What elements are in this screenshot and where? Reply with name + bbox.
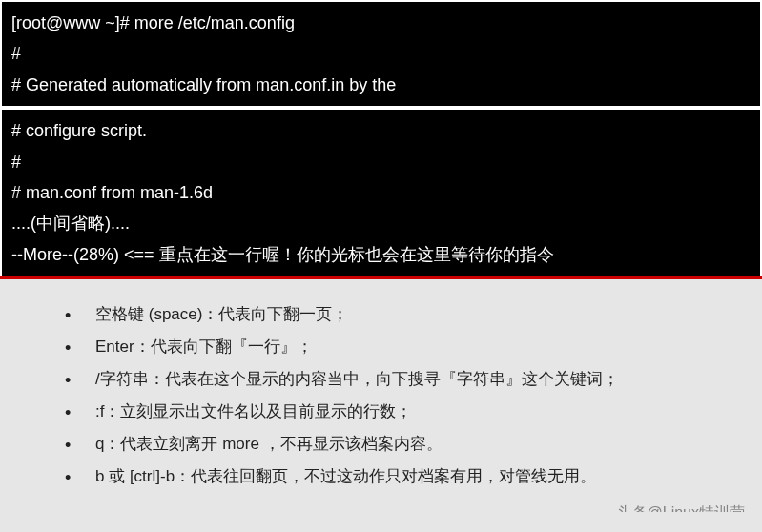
list-item: /字符串 ：代表在这个显示的内容当中，向下搜寻『字符串』这个关键词； [57,363,733,396]
list-item: :f ：立刻显示出文件名以及目前显示的行数； [57,396,733,428]
key-desc: ：代表向下翻『一行』； [134,338,313,356]
terminal-line: # [11,38,751,69]
terminal-bottom-block: # configure script. # # man.conf from ma… [0,108,762,276]
terminal-line: ....(中间省略).... [11,208,751,238]
key-label: /字符串 [95,363,149,396]
list-item: q ：代表立刻离开 more ，不再显示该档案内容。 [57,428,733,460]
key-label: Enter [95,331,134,363]
key-label: 空格键 (space) [95,298,202,331]
terminal-more-prompt: --More--(28%) <== 重点在这一行喔！你的光标也会在这里等待你的指… [11,239,751,270]
key-desc: ：代表在这个显示的内容当中，向下搜寻『字符串』这个关键词； [149,370,619,388]
list-item: b 或 [ctrl]-b ：代表往回翻页，不过这动作只对档案有用，对管线无用。 [57,460,733,493]
terminal-line: # Generated automatically from man.conf.… [11,70,751,100]
terminal-line: [root@www ~]# more /etc/man.config [11,8,751,38]
key-description-list: 空格键 (space)：代表向下翻一页； Enter ：代表向下翻『一行』； /… [0,279,762,512]
key-desc: ：代表向下翻一页； [202,305,348,323]
key-desc: ：代表立刻离开 more ，不再显示该档案内容。 [104,435,442,453]
terminal-line: # man.conf from man-1.6d [11,177,751,208]
terminal-line: # [11,147,751,177]
list-item: 空格键 (space)：代表向下翻一页； [57,298,733,331]
terminal-top-block: [root@www ~]# more /etc/man.config # # G… [0,0,762,108]
key-desc: ：代表往回翻页，不过这动作只对档案有用，对管线无用。 [175,467,596,485]
list-item: Enter ：代表向下翻『一行』； [57,331,733,363]
key-label: b 或 [ctrl]-b [95,460,175,493]
terminal-line: # configure script. [11,115,751,146]
key-desc: ：立刻显示出文件名以及目前显示的行数； [104,402,412,420]
